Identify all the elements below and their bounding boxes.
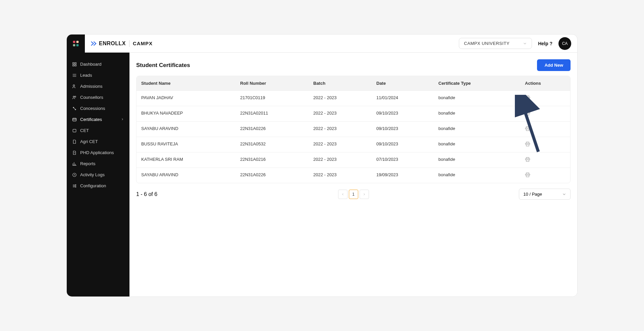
svg-rect-5 [75, 62, 76, 64]
brand-enrollx: ENROLLX [91, 41, 126, 47]
agricet-icon [72, 139, 77, 144]
table-body: PAVAN JADHAV21701C01192022 - 202311/01/2… [137, 90, 570, 183]
cell-name: SAYABU ARAVIND [141, 172, 240, 179]
col-header-roll: Roll Number [240, 81, 313, 86]
table-footer: 1 - 6 of 6 1 10 / Page [136, 189, 571, 200]
col-header-type: Certificate Type [438, 81, 525, 86]
cell-roll: 22N31A0216 [240, 157, 313, 163]
phd-icon [72, 150, 77, 155]
print-icon[interactable] [525, 126, 530, 131]
activity-icon [72, 173, 77, 177]
brand-campx: CAMPX [133, 41, 153, 46]
print-icon[interactable] [525, 95, 530, 101]
header: ENROLLX CAMPX CAMPX UNIVERSITY Help ? CA [67, 35, 577, 53]
cell-batch: 2022 - 2023 [313, 95, 376, 102]
svg-point-10 [75, 96, 76, 97]
svg-rect-4 [73, 62, 74, 64]
cell-actions [525, 141, 566, 148]
cet-icon [72, 128, 77, 133]
cell-type: bonafide [438, 157, 525, 163]
svg-rect-18 [526, 129, 529, 131]
sidebar-item-agricet[interactable]: Agri CET [67, 136, 129, 147]
sidebar-item-label: PHD Applications [80, 150, 114, 155]
help-link[interactable]: Help ? [538, 41, 552, 46]
leads-icon [72, 73, 77, 78]
svg-point-14 [75, 184, 76, 185]
cell-batch: 2022 - 2023 [313, 141, 376, 148]
print-icon[interactable] [525, 111, 530, 116]
cell-actions [525, 157, 566, 163]
sidebar-item-label: Configuration [80, 183, 106, 188]
sidebar-item-label: Reports [80, 161, 96, 166]
svg-rect-16 [526, 98, 529, 100]
dashboard-icon [72, 62, 77, 67]
cell-batch: 2022 - 2023 [313, 111, 376, 117]
svg-rect-19 [526, 144, 529, 146]
sidebar-item-certificates[interactable]: Certificates [67, 114, 129, 125]
svg-rect-20 [526, 160, 529, 161]
add-new-button[interactable]: Add New [537, 59, 571, 71]
sidebar-item-concessions[interactable]: Concessions [67, 103, 129, 114]
sidebar-item-config[interactable]: Configuration [67, 180, 129, 191]
svg-point-8 [73, 84, 75, 86]
pager-page-label: 1 [352, 192, 355, 197]
cell-type: bonafide [438, 126, 525, 132]
svg-point-9 [73, 96, 74, 97]
cell-name: BHUKYA NAVADEEP [141, 111, 240, 117]
table-row: SAYABU ARAVIND22N31A02262022 - 202309/10… [137, 121, 570, 137]
chevron-down-icon [562, 192, 566, 196]
avatar[interactable]: CA [558, 37, 571, 50]
cell-date: 07/10/2023 [376, 157, 438, 163]
app-menu-badge[interactable] [67, 35, 85, 53]
chevron-right-icon [363, 193, 366, 196]
svg-rect-12 [73, 129, 76, 132]
page-size-select[interactable]: 10 / Page [519, 189, 571, 200]
sidebar-item-counsellors[interactable]: Counsellors [67, 92, 129, 103]
svg-rect-21 [526, 175, 529, 177]
sidebar-item-phd[interactable]: PHD Applications [67, 147, 129, 158]
sidebar-item-cet[interactable]: CET [67, 125, 129, 136]
sidebar-item-dashboard[interactable]: Dashboard [67, 59, 129, 70]
sidebar-item-admissions[interactable]: Admissions [67, 81, 129, 92]
reports-icon [72, 161, 77, 166]
brand-enrollx-text: ENROLLX [99, 41, 126, 47]
cell-name: BUSSU RAVITEJA [141, 141, 240, 148]
svg-point-15 [75, 186, 76, 187]
university-select[interactable]: CAMPX UNIVERSITY [459, 38, 532, 49]
svg-rect-17 [526, 114, 529, 115]
cell-roll: 22N31A0226 [240, 126, 313, 132]
cell-roll: 22N31A02011 [240, 111, 313, 117]
col-header-date: Date [376, 81, 438, 86]
table-header: Student Name Roll Number Batch Date Cert… [137, 76, 570, 90]
sidebar-item-label: Leads [80, 73, 92, 78]
pager-next[interactable] [360, 190, 369, 199]
cell-actions [525, 126, 566, 132]
brand-block: ENROLLX CAMPX [85, 40, 153, 47]
main: Student Certificates Add New Student Nam… [129, 53, 577, 296]
svg-rect-3 [76, 44, 79, 46]
header-right: CAMPX UNIVERSITY Help ? CA [459, 37, 577, 50]
counsellors-icon [72, 95, 77, 100]
pager-page-1[interactable]: 1 [349, 190, 358, 199]
chevron-down-icon [523, 42, 527, 46]
print-icon[interactable] [525, 157, 530, 162]
cell-actions [525, 95, 566, 102]
sidebar-item-label: Certificates [80, 117, 102, 122]
sidebar-item-reports[interactable]: Reports [67, 158, 129, 169]
col-header-name: Student Name [141, 81, 240, 86]
svg-rect-7 [73, 65, 74, 66]
col-header-batch: Batch [313, 81, 376, 86]
cell-actions [525, 111, 566, 117]
table-row: BHUKYA NAVADEEP22N31A020112022 - 202309/… [137, 106, 570, 121]
avatar-initials: CA [562, 41, 568, 46]
sidebar-item-leads[interactable]: Leads [67, 70, 129, 81]
cell-date: 19/09/2023 [376, 172, 438, 179]
pager-prev[interactable] [338, 190, 347, 199]
cell-type: bonafide [438, 111, 525, 117]
print-icon[interactable] [525, 141, 530, 147]
cell-roll: 22N31A0532 [240, 141, 313, 148]
sidebar-item-activity[interactable]: Activity Logs [67, 169, 129, 180]
sidebar-item-label: Admissions [80, 84, 102, 89]
col-header-actions: Actions [525, 81, 566, 86]
print-icon[interactable] [525, 172, 530, 178]
